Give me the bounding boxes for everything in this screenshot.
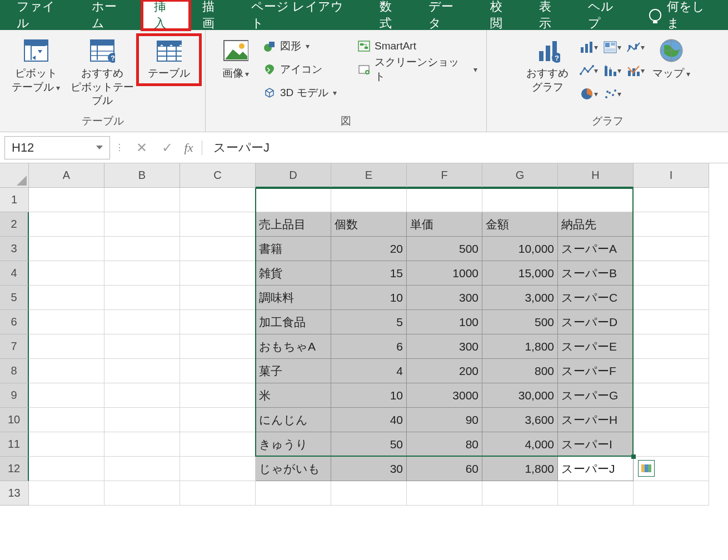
tab-formulas[interactable]: 数式 <box>367 0 416 30</box>
maps-button[interactable]: マップ <box>648 36 695 84</box>
cell-H6[interactable]: スーパーD <box>558 310 634 334</box>
cell-A9[interactable] <box>29 383 104 408</box>
cell-F12[interactable]: 60 <box>407 457 482 481</box>
row-header-6[interactable]: 6 <box>0 310 29 334</box>
3dmodels-button[interactable]: 3D モデル <box>260 82 355 103</box>
cell-H8[interactable]: スーパーF <box>558 359 634 383</box>
cell-F11[interactable]: 80 <box>407 432 482 457</box>
cell-G13[interactable] <box>482 481 558 506</box>
cell-G4[interactable]: 15,000 <box>482 261 558 286</box>
cell-I10[interactable] <box>634 408 709 432</box>
cell-H13[interactable] <box>558 481 634 506</box>
cell-H5[interactable]: スーパーC <box>558 286 634 310</box>
cell-B1[interactable] <box>104 188 180 212</box>
cell-A12[interactable] <box>29 457 104 481</box>
hierarchy-chart-button[interactable] <box>602 38 621 57</box>
cell-B6[interactable] <box>104 310 180 334</box>
column-header-H[interactable]: H <box>558 163 634 188</box>
cell-D5[interactable]: 調味料 <box>256 286 331 310</box>
cell-B11[interactable] <box>104 432 180 457</box>
column-header-I[interactable]: I <box>634 163 709 188</box>
tab-file[interactable]: ファイル <box>4 0 79 30</box>
cell-I3[interactable] <box>634 237 709 261</box>
cell-H11[interactable]: スーパーI <box>558 432 634 457</box>
cell-H9[interactable]: スーパーG <box>558 383 634 408</box>
recommended-charts-button[interactable]: ? おすすめ グラフ <box>520 36 575 97</box>
cell-I7[interactable] <box>634 334 709 359</box>
cell-E2[interactable]: 個数 <box>331 212 407 237</box>
cell-A3[interactable] <box>29 237 104 261</box>
cell-B12[interactable] <box>104 457 180 481</box>
cell-H10[interactable]: スーパーH <box>558 408 634 432</box>
selection-fill-handle[interactable] <box>631 454 636 459</box>
cell-D11[interactable]: きゅうり <box>256 432 331 457</box>
cell-D10[interactable]: にんじん <box>256 408 331 432</box>
cell-H3[interactable]: スーパーA <box>558 237 634 261</box>
cell-I2[interactable] <box>634 212 709 237</box>
cell-E6[interactable]: 5 <box>331 310 407 334</box>
cell-I4[interactable] <box>634 261 709 286</box>
cell-F5[interactable]: 300 <box>407 286 482 310</box>
cell-G8[interactable]: 800 <box>482 359 558 383</box>
tab-pagelayout[interactable]: ページ レイアウト <box>239 0 368 30</box>
cell-B3[interactable] <box>104 237 180 261</box>
cell-I9[interactable] <box>634 383 709 408</box>
cell-D8[interactable]: 菓子 <box>256 359 331 383</box>
tab-draw[interactable]: 描画 <box>190 0 239 30</box>
cell-B13[interactable] <box>104 481 180 506</box>
cell-D12[interactable]: じゃがいも <box>256 457 331 481</box>
cell-H4[interactable]: スーパーB <box>558 261 634 286</box>
cell-G11[interactable]: 4,000 <box>482 432 558 457</box>
screenshot-button[interactable]: スクリーンショット <box>355 59 481 80</box>
name-box[interactable]: H12 <box>4 136 110 159</box>
cell-G3[interactable]: 10,000 <box>482 237 558 261</box>
cell-E12[interactable]: 30 <box>331 457 407 481</box>
column-header-G[interactable]: G <box>482 163 558 188</box>
cell-H12[interactable]: スーパーJ <box>558 457 634 481</box>
cell-A4[interactable] <box>29 261 104 286</box>
row-header-10[interactable]: 10 <box>0 408 29 432</box>
column-header-A[interactable]: A <box>29 163 104 188</box>
cell-E10[interactable]: 40 <box>331 408 407 432</box>
cell-E11[interactable]: 50 <box>331 432 407 457</box>
recommended-pivot-button[interactable]: ? おすすめ ピボットテーブル <box>66 36 138 111</box>
cell-C4[interactable] <box>180 261 256 286</box>
cell-A13[interactable] <box>29 481 104 506</box>
tab-home[interactable]: ホーム <box>79 0 141 30</box>
cell-C1[interactable] <box>180 188 256 212</box>
cell-C7[interactable] <box>180 334 256 359</box>
cell-A10[interactable] <box>29 408 104 432</box>
cell-C3[interactable] <box>180 237 256 261</box>
row-header-4[interactable]: 4 <box>0 261 29 286</box>
cell-G2[interactable]: 金額 <box>482 212 558 237</box>
cell-I1[interactable] <box>634 188 709 212</box>
row-header-13[interactable]: 13 <box>0 481 29 506</box>
select-all-corner[interactable] <box>0 163 29 188</box>
cell-C8[interactable] <box>180 359 256 383</box>
row-header-2[interactable]: 2 <box>0 212 29 237</box>
row-header-1[interactable]: 1 <box>0 188 29 212</box>
column-header-D[interactable]: D <box>256 163 331 188</box>
cell-C11[interactable] <box>180 432 256 457</box>
cell-I5[interactable] <box>634 286 709 310</box>
column-header-F[interactable]: F <box>407 163 482 188</box>
cell-F8[interactable]: 200 <box>407 359 482 383</box>
smartart-button[interactable]: SmartArt <box>355 36 481 57</box>
cell-C6[interactable] <box>180 310 256 334</box>
cell-E13[interactable] <box>331 481 407 506</box>
cell-G12[interactable]: 1,800 <box>482 457 558 481</box>
tab-review[interactable]: 校閲 <box>478 0 527 30</box>
cell-E4[interactable]: 15 <box>331 261 407 286</box>
cell-B8[interactable] <box>104 359 180 383</box>
tell-me[interactable]: 何をしま <box>638 0 728 30</box>
column-header-E[interactable]: E <box>331 163 407 188</box>
cell-G7[interactable]: 1,800 <box>482 334 558 359</box>
table-button[interactable]: テーブル <box>138 36 200 84</box>
cell-C10[interactable] <box>180 408 256 432</box>
cell-G5[interactable]: 3,000 <box>482 286 558 310</box>
cell-G9[interactable]: 30,000 <box>482 383 558 408</box>
cell-A5[interactable] <box>29 286 104 310</box>
cell-F6[interactable]: 100 <box>407 310 482 334</box>
cell-D13[interactable] <box>256 481 331 506</box>
column-chart-button[interactable] <box>579 38 598 57</box>
